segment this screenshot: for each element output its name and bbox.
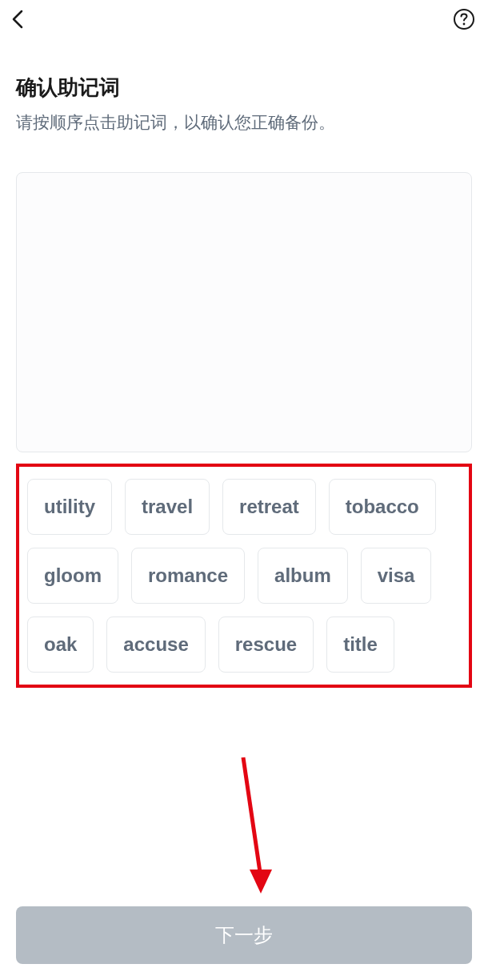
word-chip[interactable]: rescue bbox=[218, 617, 314, 673]
word-chip[interactable]: title bbox=[326, 617, 394, 673]
word-chip[interactable]: album bbox=[258, 548, 348, 604]
svg-point-1 bbox=[463, 23, 466, 26]
header-bar bbox=[0, 0, 488, 42]
word-chip[interactable]: accuse bbox=[106, 617, 205, 673]
word-chip[interactable]: romance bbox=[131, 548, 245, 604]
word-chip[interactable]: travel bbox=[125, 479, 210, 535]
content-area: 确认助记词 请按顺序点击助记词，以确认您正确备份。 utility travel… bbox=[0, 42, 488, 688]
word-chip[interactable]: tobacco bbox=[329, 479, 436, 535]
word-pool: utility travel retreat tobacco gloom rom… bbox=[27, 479, 461, 673]
help-icon[interactable] bbox=[453, 8, 482, 34]
svg-marker-3 bbox=[250, 870, 272, 894]
word-chip[interactable]: retreat bbox=[222, 479, 316, 535]
svg-line-2 bbox=[243, 757, 261, 878]
annotation-arrow-icon bbox=[232, 749, 280, 902]
word-chip[interactable]: visa bbox=[361, 548, 432, 604]
selected-words-area[interactable] bbox=[16, 172, 472, 452]
word-chip[interactable]: utility bbox=[27, 479, 112, 535]
next-button[interactable]: 下一步 bbox=[16, 906, 472, 964]
page-subtitle: 请按顺序点击助记词，以确认您正确备份。 bbox=[16, 110, 472, 135]
back-icon[interactable] bbox=[6, 5, 30, 37]
word-chip[interactable]: gloom bbox=[27, 548, 118, 604]
word-chip[interactable]: oak bbox=[27, 617, 94, 673]
page-title: 确认助记词 bbox=[16, 74, 472, 102]
annotation-highlight-box: utility travel retreat tobacco gloom rom… bbox=[16, 464, 472, 688]
